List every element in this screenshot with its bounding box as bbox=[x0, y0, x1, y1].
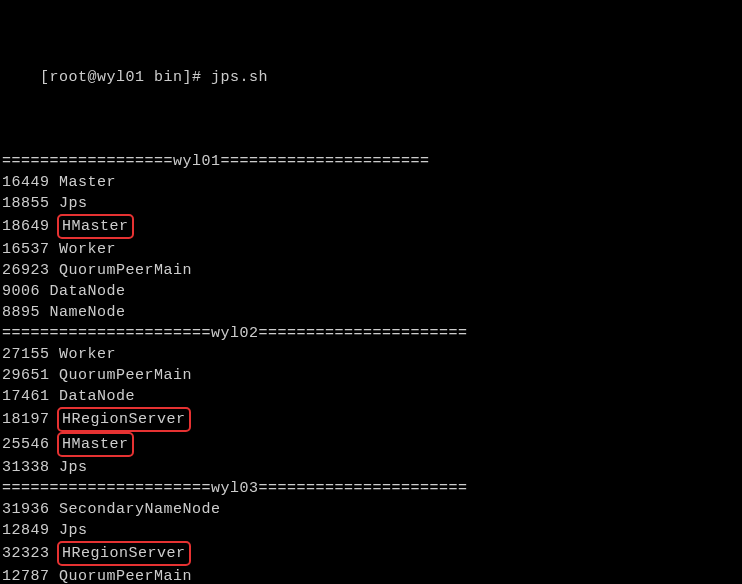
process-line: 16537 Worker bbox=[2, 239, 740, 260]
process-id: 9006 bbox=[2, 281, 40, 302]
process-name: HRegionServer bbox=[62, 409, 186, 430]
process-id: 26923 bbox=[2, 260, 50, 281]
process-id: 16537 bbox=[2, 239, 50, 260]
process-id: 8895 bbox=[2, 302, 40, 323]
process-name: Jps bbox=[59, 457, 88, 478]
output-sections: ==================wyl01=================… bbox=[2, 151, 740, 584]
process-id: 29651 bbox=[2, 365, 50, 386]
process-id: 12849 bbox=[2, 520, 50, 541]
process-line: 31338 Jps bbox=[2, 457, 740, 478]
process-line: 12787 QuorumPeerMain bbox=[2, 566, 740, 584]
process-name: Jps bbox=[59, 520, 88, 541]
process-id: 25546 bbox=[2, 434, 50, 455]
process-line: 9006 DataNode bbox=[2, 281, 740, 302]
highlight-annotation: HMaster bbox=[57, 214, 134, 239]
process-id: 18197 bbox=[2, 409, 50, 430]
highlight-annotation: HRegionServer bbox=[57, 541, 191, 566]
process-name: HRegionServer bbox=[62, 543, 186, 564]
process-line: 18197 HRegionServer bbox=[2, 407, 740, 432]
process-line: 18649 HMaster bbox=[2, 214, 740, 239]
process-line: 26923 QuorumPeerMain bbox=[2, 260, 740, 281]
process-line: 17461 DataNode bbox=[2, 386, 740, 407]
process-id: 18649 bbox=[2, 216, 50, 237]
process-id: 17461 bbox=[2, 386, 50, 407]
process-line: 31936 SecondaryNameNode bbox=[2, 499, 740, 520]
highlight-annotation: HRegionServer bbox=[57, 407, 191, 432]
process-line: 16449 Master bbox=[2, 172, 740, 193]
command-line: [root@wyl01 bin]# jps.sh bbox=[2, 46, 740, 109]
process-line: 18855 Jps bbox=[2, 193, 740, 214]
command-text: jps.sh bbox=[211, 69, 268, 86]
process-id: 16449 bbox=[2, 172, 50, 193]
process-name: NameNode bbox=[50, 302, 126, 323]
process-name: Jps bbox=[59, 193, 88, 214]
process-name: SecondaryNameNode bbox=[59, 499, 221, 520]
process-id: 18855 bbox=[2, 193, 50, 214]
section-divider: ==================wyl01=================… bbox=[2, 151, 740, 172]
process-name: Worker bbox=[59, 239, 116, 260]
process-id: 27155 bbox=[2, 344, 50, 365]
process-name: HMaster bbox=[62, 216, 129, 237]
process-name: QuorumPeerMain bbox=[59, 566, 192, 584]
process-name: QuorumPeerMain bbox=[59, 365, 192, 386]
terminal-output[interactable]: [root@wyl01 bin]# jps.sh ===============… bbox=[2, 4, 740, 584]
process-line: 32323 HRegionServer bbox=[2, 541, 740, 566]
process-name: HMaster bbox=[62, 434, 129, 455]
process-line: 25546 HMaster bbox=[2, 432, 740, 457]
process-line: 27155 Worker bbox=[2, 344, 740, 365]
highlight-annotation: HMaster bbox=[57, 432, 134, 457]
section-divider: ======================wyl02=============… bbox=[2, 323, 740, 344]
process-name: DataNode bbox=[50, 281, 126, 302]
process-id: 31338 bbox=[2, 457, 50, 478]
process-line: 29651 QuorumPeerMain bbox=[2, 365, 740, 386]
shell-prompt: [root@wyl01 bin]# bbox=[40, 69, 202, 86]
process-id: 12787 bbox=[2, 566, 50, 584]
process-id: 31936 bbox=[2, 499, 50, 520]
process-name: Worker bbox=[59, 344, 116, 365]
section-divider: ======================wyl03=============… bbox=[2, 478, 740, 499]
process-line: 12849 Jps bbox=[2, 520, 740, 541]
process-name: DataNode bbox=[59, 386, 135, 407]
process-line: 8895 NameNode bbox=[2, 302, 740, 323]
process-name: Master bbox=[59, 172, 116, 193]
process-name: QuorumPeerMain bbox=[59, 260, 192, 281]
process-id: 32323 bbox=[2, 543, 50, 564]
